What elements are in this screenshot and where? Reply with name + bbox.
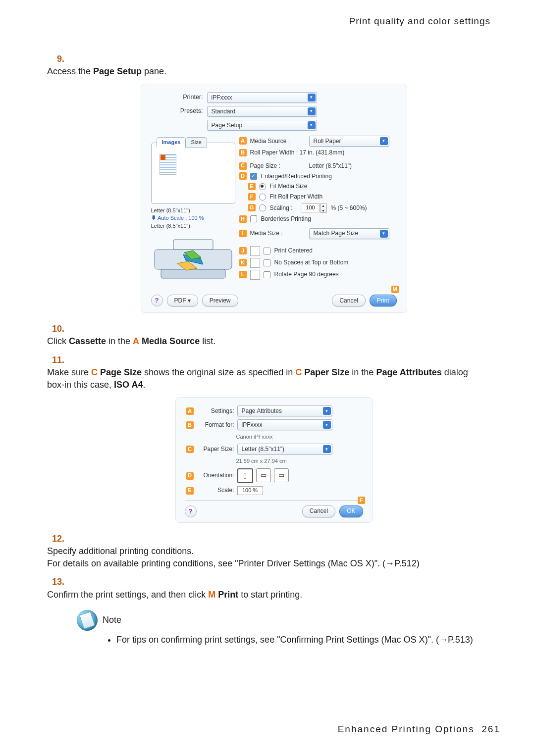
- figure-page-setup-dialog: Printer: iPFxxxx▾ Presets: Standard▾: [141, 84, 407, 313]
- cancel-button[interactable]: Cancel: [332, 295, 365, 306]
- page-size-label: Page Size :: [250, 162, 307, 170]
- instruction-list: 9. Access the Page Setup pane. Printer: …: [47, 53, 500, 601]
- orientation-portrait[interactable]: ▯: [237, 468, 253, 483]
- note-item: For tips on confirming print settings, s…: [116, 634, 500, 646]
- media-size-select[interactable]: Match Page Size▾: [309, 228, 389, 239]
- paper-size-dim: 21.59 cm x 27.94 cm: [236, 457, 363, 465]
- note-block: Note: [77, 610, 500, 631]
- printer-select[interactable]: iPFxxxx▾: [207, 92, 317, 103]
- tab-images[interactable]: Images: [157, 137, 186, 148]
- callout-E: E: [186, 487, 194, 495]
- scaling-stepper[interactable]: 100 ▲▼: [302, 203, 327, 213]
- rotate-label: Rotate Page 90 degrees: [274, 270, 339, 279]
- media-source-label: Media Source :: [250, 137, 307, 146]
- paper-size-select[interactable]: Letter (8.5"x11")▾: [237, 444, 332, 454]
- manual-page: Print quality and color settings 9. Acce…: [0, 0, 535, 756]
- enlarged-reduced-checkbox[interactable]: [250, 173, 257, 180]
- text: ): [470, 635, 473, 645]
- callout-J: J: [239, 247, 247, 254]
- dropdown-icon: ▾: [323, 421, 331, 429]
- presets-label: Presets:: [151, 107, 207, 116]
- bold-term: Page Size: [100, 367, 142, 377]
- format-for-sub: Canon iPFxxxx: [236, 433, 363, 441]
- orientation-landscape-right[interactable]: ▭: [274, 468, 289, 482]
- dropdown-icon: ▾: [380, 137, 388, 145]
- select-value: Letter (8.5"x11"): [242, 445, 285, 454]
- no-spaces-checkbox[interactable]: [264, 259, 270, 266]
- note-list: For tips on confirming print settings, s…: [97, 634, 500, 646]
- scaling-label: Scaling :: [270, 204, 300, 212]
- print-button[interactable]: Print: [370, 295, 397, 306]
- bold-term: Cassette: [69, 336, 106, 346]
- rotate-checkbox[interactable]: [264, 271, 270, 278]
- scaling-input[interactable]: 100: [302, 203, 320, 212]
- preview-button[interactable]: Preview: [202, 295, 238, 306]
- scale-label: Scale:: [195, 486, 237, 495]
- borderless-checkbox[interactable]: [250, 215, 257, 222]
- text: Make sure: [47, 367, 91, 377]
- cancel-button[interactable]: Cancel: [302, 505, 335, 517]
- autoscale-value: 100 %: [188, 215, 204, 221]
- callout-D: D: [186, 472, 194, 480]
- page-size-value: Letter (8.5"x11"): [309, 162, 352, 170]
- callout-C: C: [186, 446, 194, 453]
- callout-M: M: [391, 286, 399, 293]
- fit-media-label: Fit Media Size: [270, 182, 308, 191]
- info-media-size: Letter (8.5"x11"): [151, 222, 235, 230]
- text: in the: [349, 367, 376, 377]
- printer-illustration: [154, 235, 233, 282]
- no-spaces-label: No Spaces at Top or Bottom: [274, 258, 349, 267]
- page-ref-link[interactable]: →P.512: [385, 558, 417, 568]
- preview-info: Letter (8.5"x11") 🡇 Auto Scale : 100 % L…: [151, 207, 235, 230]
- step-text: Access the Page Setup pane.: [47, 65, 478, 78]
- settings-select[interactable]: Page Attributes▾: [237, 405, 332, 416]
- step-text: Confirm the print settings, and then cli…: [47, 589, 478, 601]
- callout-ref: M: [208, 590, 215, 600]
- footer-section: Enhanced Printing Options: [338, 724, 475, 734]
- scale-input[interactable]: 100 %: [237, 486, 263, 495]
- step-13: 13. Confirm the print settings, and then…: [47, 576, 500, 601]
- step-12: 12. Specify additional printing conditio…: [47, 533, 500, 570]
- callout-C: C: [239, 162, 247, 170]
- callout-ref: C: [295, 367, 302, 377]
- help-button[interactable]: ?: [185, 505, 197, 517]
- note-label: Note: [103, 614, 121, 626]
- dropdown-icon: ▾: [308, 107, 316, 115]
- step-number: 12.: [47, 533, 64, 545]
- ok-button[interactable]: OK: [339, 505, 363, 517]
- borderless-label: Borderless Printing: [261, 215, 311, 223]
- fit-roll-radio[interactable]: [259, 194, 266, 201]
- callout-I: I: [239, 230, 247, 237]
- select-value: iPFxxxx: [212, 94, 232, 102]
- callout-ref: C: [91, 367, 98, 377]
- step-text: Click Cassette in the A Media Source lis…: [47, 335, 478, 348]
- stepper-buttons[interactable]: ▲▼: [320, 203, 327, 213]
- step-number: 13.: [47, 576, 64, 588]
- callout-F: F: [358, 497, 365, 504]
- format-for-select[interactable]: iPFxxxx▾: [237, 419, 332, 430]
- paper-size-label: Paper Size:: [195, 445, 237, 454]
- media-size-label: Media Size :: [250, 229, 307, 238]
- select-value: iPFxxxx: [242, 421, 263, 429]
- select-value: Page Setup: [212, 121, 243, 130]
- scaling-radio[interactable]: [259, 204, 266, 211]
- callout-B: B: [239, 149, 247, 156]
- orientation-landscape-left[interactable]: ▭: [256, 468, 271, 482]
- dropdown-icon: ▾: [323, 445, 331, 453]
- roll-paper-width-text: Roll Paper Width : 17 in. (431.8mm): [250, 149, 345, 157]
- pdf-button[interactable]: PDF ▾: [167, 295, 198, 306]
- callout-H: H: [239, 215, 247, 223]
- select-value: Roll Paper: [314, 137, 341, 146]
- presets-select[interactable]: Standard▾: [207, 106, 317, 117]
- media-source-select[interactable]: Roll Paper▾: [309, 136, 389, 147]
- rotate-icon: [250, 270, 260, 280]
- fit-media-radio[interactable]: [259, 183, 266, 190]
- pane-select[interactable]: Page Setup▾: [207, 120, 317, 131]
- dropdown-icon: ▾: [323, 407, 331, 415]
- dropdown-icon: ▾: [308, 121, 316, 129]
- page-ref-link[interactable]: →P.513: [439, 635, 470, 645]
- print-centered-checkbox[interactable]: [264, 248, 270, 254]
- tab-size[interactable]: Size: [185, 137, 207, 148]
- help-button[interactable]: ?: [151, 295, 163, 306]
- text: Click: [47, 336, 69, 346]
